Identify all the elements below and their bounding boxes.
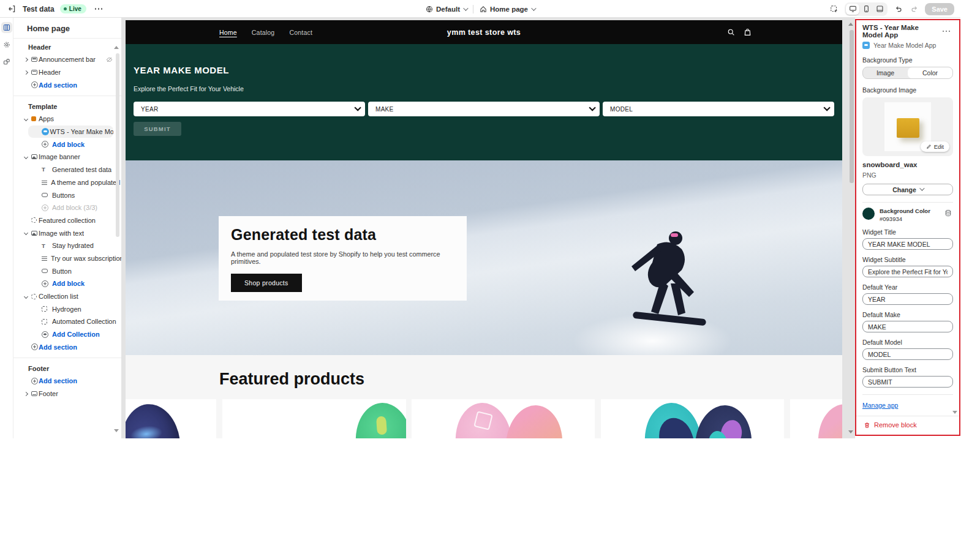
preview-scroll-up-icon[interactable]	[848, 23, 853, 26]
sidebar-scroll-down-icon[interactable]	[114, 429, 119, 432]
chevron-down-icon[interactable]	[24, 294, 28, 298]
default-make-input[interactable]	[862, 321, 953, 332]
product-card[interactable]	[126, 399, 216, 438]
submit-button[interactable]: SUBMIT	[134, 122, 181, 136]
sidebar-item-wts-year-make-model[interactable]: WTS - Year Make Model ...	[28, 126, 113, 138]
add-collection-button[interactable]: Add Collection	[13, 328, 121, 341]
preview-scroll-down-icon[interactable]	[848, 430, 853, 433]
change-image-button[interactable]: Change	[862, 184, 953, 195]
edit-image-button[interactable]: Edit	[921, 141, 949, 152]
app-embeds-rail-icon[interactable]	[1, 56, 12, 67]
make-select[interactable]: MAKE	[368, 102, 600, 116]
nav-link-contact[interactable]: Contact	[289, 29, 312, 36]
sidebar-item-button[interactable]: Button	[13, 264, 121, 277]
submit-button-text-input[interactable]	[862, 376, 953, 388]
sidebar-scrollbar-thumb[interactable]	[116, 53, 119, 237]
group-label-template: Template	[13, 100, 121, 113]
store-nav: Home Catalog Contact	[219, 20, 312, 44]
add-circle-icon	[42, 280, 52, 287]
widget-title-input[interactable]	[862, 238, 953, 250]
sidebar-item-featured-collection[interactable]: Featured collection	[13, 214, 121, 227]
store-more-menu-button[interactable]	[92, 4, 106, 13]
model-select[interactable]: MODEL	[603, 102, 834, 116]
chevron-down-icon[interactable]	[24, 155, 28, 159]
product-card[interactable]	[412, 399, 595, 438]
page-selector[interactable]: Home page	[480, 6, 535, 13]
mobile-preview-button[interactable]	[859, 4, 873, 15]
redo-button[interactable]	[908, 3, 921, 15]
manage-app-link[interactable]: Manage app	[862, 402, 898, 409]
header-section-icon	[31, 70, 39, 75]
sidebar-scroll-up-icon[interactable]	[114, 46, 119, 49]
sidebar-item-automated-collection[interactable]: Automated Collection	[13, 315, 121, 328]
product-card[interactable]	[790, 399, 842, 438]
environment-selector[interactable]: Default	[426, 6, 467, 13]
save-button[interactable]: Save	[925, 3, 954, 15]
add-block-button[interactable]: Add block	[13, 138, 121, 151]
image-banner: Generated test data A theme and populate…	[126, 160, 842, 355]
color-swatch[interactable]	[862, 208, 875, 220]
chevron-down-icon[interactable]	[24, 117, 28, 121]
background-type-switcher: Image Color	[862, 67, 953, 79]
snowboard-image	[815, 402, 842, 438]
sidebar-item-header[interactable]: Header	[13, 66, 121, 79]
tab-image[interactable]: Image	[863, 67, 908, 78]
image-section-icon	[31, 154, 39, 159]
sidebar-item-buttons[interactable]: Buttons	[13, 189, 121, 201]
sidebar-item-announcement-bar[interactable]: Announcement bar	[13, 53, 121, 66]
chevron-right-icon[interactable]	[24, 70, 28, 74]
nav-link-catalog[interactable]: Catalog	[252, 29, 275, 36]
sidebar-item-collection-list[interactable]: Collection list	[13, 290, 121, 303]
live-badge: Live	[60, 4, 86, 13]
exit-editor-icon[interactable]	[6, 4, 17, 15]
sidebar-item-image-with-text[interactable]: Image with text	[13, 227, 121, 239]
sidebar-item-footer[interactable]: Footer	[13, 388, 121, 400]
sections-rail-icon[interactable]	[1, 22, 12, 33]
sidebar-item-theme-text[interactable]: A theme and populated t...	[13, 176, 121, 189]
trash-icon	[864, 422, 870, 429]
remove-block-row[interactable]: Remove block	[856, 416, 959, 435]
chevron-right-icon[interactable]	[24, 58, 28, 62]
theme-settings-rail-icon[interactable]	[1, 39, 12, 50]
preview-scrollbar-thumb[interactable]	[850, 30, 854, 183]
background-color-setting[interactable]: Background Color #093934	[862, 208, 953, 222]
sidebar-item-image-banner[interactable]: Image banner	[13, 151, 121, 163]
sidebar-item-stay-hydrated[interactable]: T Stay hydrated	[13, 239, 121, 252]
add-circle-icon	[31, 343, 39, 350]
add-section-button[interactable]: Add section	[13, 375, 121, 388]
nav-link-home[interactable]: Home	[219, 29, 237, 36]
sidebar-item-wax-subscription[interactable]: Try our wax subscription ...	[13, 252, 121, 265]
background-image-label: Background Image	[862, 86, 953, 94]
tab-color[interactable]: Color	[908, 67, 952, 78]
panel-scroll-down-icon[interactable]	[952, 411, 957, 414]
undo-button[interactable]	[892, 3, 904, 15]
product-card[interactable]	[601, 399, 784, 438]
shop-products-button[interactable]: Shop products	[231, 274, 302, 292]
add-section-button[interactable]: Add section	[13, 78, 121, 91]
add-circle-icon	[42, 141, 52, 148]
product-card[interactable]	[222, 399, 406, 438]
hidden-eye-icon[interactable]	[106, 56, 113, 63]
desktop-preview-button[interactable]	[846, 4, 859, 15]
inspect-element-button[interactable]	[828, 3, 840, 15]
sidebar-item-hydrogen[interactable]: Hydrogen	[13, 302, 121, 315]
default-year-input[interactable]	[862, 293, 953, 305]
sidebar-item-generated-test-data[interactable]: T Generated test data	[13, 163, 121, 176]
cart-bag-icon[interactable]	[744, 28, 752, 36]
add-block-button[interactable]: Add block	[13, 277, 121, 290]
chevron-down-icon	[919, 186, 924, 190]
sidebar-item-apps[interactable]: Apps	[13, 113, 121, 126]
widget-subtitle-input[interactable]	[862, 266, 953, 277]
block-more-menu-button[interactable]	[940, 27, 954, 36]
year-select[interactable]: YEAR	[134, 102, 365, 116]
search-icon[interactable]	[727, 28, 735, 36]
background-image-thumbnail[interactable]: Edit	[862, 97, 953, 156]
dynamic-source-icon[interactable]	[944, 209, 952, 217]
collection-icon	[31, 294, 39, 299]
topbar: Test data Live Default Home page	[0, 0, 960, 18]
fullscreen-preview-button[interactable]	[873, 4, 886, 15]
add-section-button[interactable]: Add section	[13, 340, 121, 353]
default-model-input[interactable]	[862, 348, 953, 360]
chevron-right-icon[interactable]	[24, 392, 28, 396]
chevron-down-icon[interactable]	[24, 231, 28, 235]
